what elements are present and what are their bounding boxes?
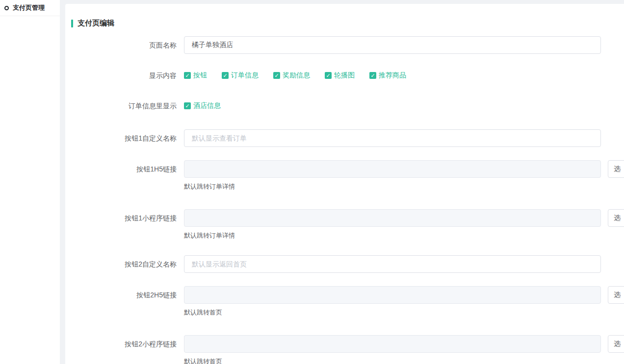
field-control xyxy=(184,160,601,178)
field-helper-text: 默认跳转首页 xyxy=(184,357,222,364)
field-control xyxy=(184,286,601,304)
link-input-disabled xyxy=(184,286,601,304)
link-input-disabled xyxy=(184,335,601,353)
field-helper-text: 默认跳转首页 xyxy=(184,308,222,317)
field-label: 显示内容 xyxy=(149,67,177,84)
payment-page-admin: { "colors": { "accent": "#2cbb9a", "page… xyxy=(0,0,624,364)
checkbox-option-label: 轮播图 xyxy=(334,71,355,80)
field-label: 按钮2小程序链接 xyxy=(125,335,177,353)
field-label: 订单信息里显示 xyxy=(129,97,177,115)
section-accent-bar xyxy=(71,20,73,27)
field-control xyxy=(184,36,601,54)
circle-icon xyxy=(4,6,9,10)
check-mark-icon: ✓ xyxy=(370,73,375,78)
select-link-button[interactable]: 选 xyxy=(608,335,624,353)
checkbox-checked-icon: ✓ xyxy=(325,72,332,79)
select-link-button[interactable]: 选 xyxy=(608,209,624,227)
checkbox-checked-icon: ✓ xyxy=(222,72,229,79)
field-label: 页面名称 xyxy=(149,36,177,54)
section-header: 支付页编辑 xyxy=(71,19,114,28)
page-title: 支付页编辑 xyxy=(78,19,114,28)
checkbox-group: ✓按钮✓订单信息✓奖励信息✓轮播图✓推荐商品 xyxy=(184,67,421,84)
field-label: 按钮2自定义名称 xyxy=(125,255,177,273)
link-input-disabled xyxy=(184,160,601,178)
checkbox-option-label: 按钮 xyxy=(193,71,207,80)
field-label: 按钮1小程序链接 xyxy=(125,209,177,227)
text-input[interactable] xyxy=(184,36,601,54)
checkbox-option[interactable]: ✓酒店信息 xyxy=(184,101,221,110)
select-link-button[interactable]: 选 xyxy=(608,286,624,304)
checkbox-checked-icon: ✓ xyxy=(369,72,376,79)
field-label: 按钮1H5链接 xyxy=(136,160,177,178)
check-mark-icon: ✓ xyxy=(185,73,189,78)
checkbox-option-label: 奖励信息 xyxy=(283,71,310,80)
checkbox-group: ✓酒店信息 xyxy=(184,97,235,115)
main-panel: 支付页编辑 页面名称显示内容✓按钮✓订单信息✓奖励信息✓轮播图✓推荐商品订单信息… xyxy=(65,4,624,364)
checkbox-checked-icon: ✓ xyxy=(184,72,191,79)
checkbox-checked-icon: ✓ xyxy=(184,102,191,109)
check-mark-icon: ✓ xyxy=(274,73,279,78)
checkbox-option-label: 酒店信息 xyxy=(193,101,221,110)
checkbox-option[interactable]: ✓按钮 xyxy=(184,71,207,80)
field-label: 按钮1自定义名称 xyxy=(125,129,177,147)
sidebar-item-payment-page-management[interactable]: 支付页管理 xyxy=(0,0,60,16)
check-mark-icon: ✓ xyxy=(326,73,330,78)
text-input[interactable] xyxy=(184,129,601,147)
field-control xyxy=(184,209,601,227)
field-control: ✓酒店信息 xyxy=(184,97,235,115)
checkbox-option-label: 推荐商品 xyxy=(379,71,406,80)
checkbox-option-label: 订单信息 xyxy=(231,71,259,80)
checkbox-option[interactable]: ✓推荐商品 xyxy=(369,71,406,80)
text-input[interactable] xyxy=(184,255,601,273)
checkbox-checked-icon: ✓ xyxy=(273,72,280,79)
checkbox-option[interactable]: ✓奖励信息 xyxy=(273,71,310,80)
link-input-disabled xyxy=(184,209,601,227)
select-link-button[interactable]: 选 xyxy=(608,160,624,178)
field-control: ✓按钮✓订单信息✓奖励信息✓轮播图✓推荐商品 xyxy=(184,67,421,84)
check-mark-icon: ✓ xyxy=(223,73,227,78)
checkbox-option[interactable]: ✓轮播图 xyxy=(325,71,355,80)
field-control xyxy=(184,255,601,273)
field-helper-text: 默认跳转订单详情 xyxy=(184,182,235,191)
checkbox-option[interactable]: ✓订单信息 xyxy=(222,71,259,80)
field-label: 按钮2H5链接 xyxy=(136,286,177,304)
field-helper-text: 默认跳转订单详情 xyxy=(184,231,235,240)
field-control xyxy=(184,129,601,147)
field-control xyxy=(184,335,601,353)
check-mark-icon: ✓ xyxy=(185,103,189,108)
sidebar: 支付页管理 xyxy=(0,0,60,364)
sidebar-item-label: 支付页管理 xyxy=(13,3,45,12)
